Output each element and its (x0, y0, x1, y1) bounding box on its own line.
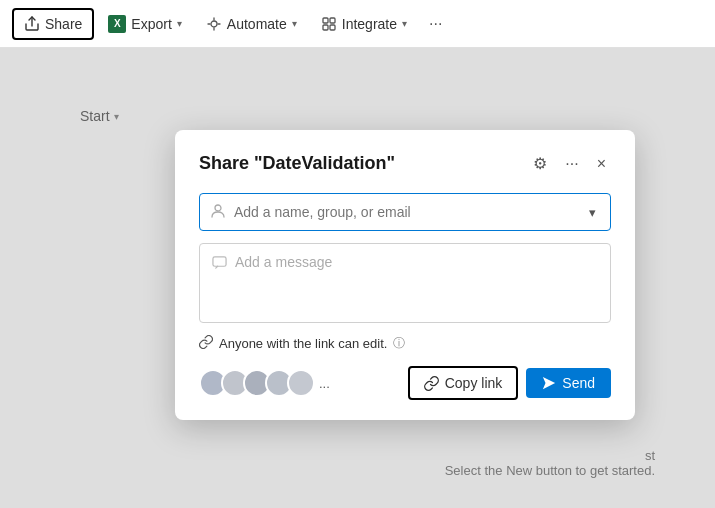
automate-button[interactable]: Automate ▾ (196, 10, 307, 38)
integrate-label: Integrate (342, 16, 397, 32)
svg-rect-4 (323, 25, 328, 30)
name-email-input[interactable] (234, 204, 585, 220)
modal-header: Share "DateValidation" ⚙ ··· × (199, 150, 611, 177)
send-icon (542, 376, 556, 390)
automate-icon (206, 16, 222, 32)
avatar-more-label: ... (319, 376, 330, 391)
integrate-chevron-icon: ▾ (402, 18, 407, 29)
export-chevron-icon: ▾ (177, 18, 182, 29)
modal-more-button[interactable]: ··· (560, 151, 583, 177)
modal-settings-button[interactable]: ⚙ (528, 150, 552, 177)
input-dropdown-button[interactable]: ▾ (585, 203, 600, 222)
link-icon (199, 335, 213, 352)
svg-point-1 (211, 21, 217, 27)
copy-link-icon (424, 376, 439, 391)
svg-rect-3 (330, 18, 335, 23)
gear-icon: ⚙ (533, 154, 547, 173)
copy-link-button[interactable]: Copy link (408, 366, 519, 400)
info-icon: ⓘ (393, 335, 405, 352)
svg-point-6 (215, 205, 221, 211)
modal-header-actions: ⚙ ··· × (528, 150, 611, 177)
share-icon (24, 16, 40, 32)
share-label: Share (45, 16, 82, 32)
export-button[interactable]: X Export ▾ (98, 9, 191, 39)
integrate-icon (321, 16, 337, 32)
link-permission-text: Anyone with the link can edit. (219, 336, 387, 351)
svg-rect-5 (330, 25, 335, 30)
share-input-row[interactable]: ▾ (199, 193, 611, 231)
dropdown-chevron-icon: ▾ (589, 205, 596, 220)
send-button[interactable]: Send (526, 368, 611, 398)
dots-label: ··· (429, 15, 442, 32)
avatar (287, 369, 315, 397)
more-icon: ··· (565, 155, 578, 173)
close-icon: × (597, 155, 606, 173)
svg-rect-7 (213, 257, 226, 266)
modal-title: Share "DateValidation" (199, 153, 395, 174)
message-icon (212, 255, 227, 273)
automate-chevron-icon: ▾ (292, 18, 297, 29)
send-label: Send (562, 375, 595, 391)
link-permission-row: Anyone with the link can edit. ⓘ (199, 335, 611, 352)
export-label: Export (131, 16, 171, 32)
modal-actions: Copy link Send (408, 366, 611, 400)
more-options-button[interactable]: ··· (421, 9, 450, 39)
automate-label: Automate (227, 16, 287, 32)
share-modal: Share "DateValidation" ⚙ ··· × ▾ (175, 130, 635, 420)
modal-footer: ... Copy link Send (199, 366, 611, 400)
avatar-cluster: ... (199, 369, 330, 397)
message-placeholder: Add a message (235, 254, 332, 270)
toolbar: Share X Export ▾ Automate ▾ Integrate ▾ … (0, 0, 715, 48)
excel-icon: X (108, 15, 126, 33)
share-button[interactable]: Share (12, 8, 94, 40)
svg-rect-2 (323, 18, 328, 23)
copy-link-label: Copy link (445, 375, 503, 391)
message-area[interactable]: Add a message (199, 243, 611, 323)
person-icon (210, 203, 226, 222)
integrate-button[interactable]: Integrate ▾ (311, 10, 417, 38)
modal-close-button[interactable]: × (592, 151, 611, 177)
svg-marker-8 (543, 377, 555, 389)
